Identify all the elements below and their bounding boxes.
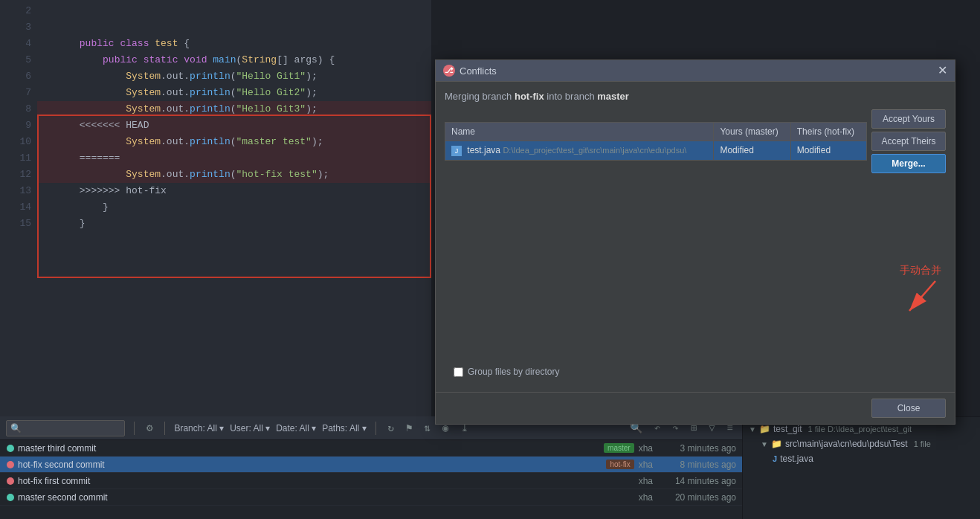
graph-dot-1 [6, 461, 15, 468]
tree-file-label: test.java [780, 454, 813, 464]
chevron-root: ▼ [749, 425, 756, 433]
separator-3 [375, 422, 376, 435]
refresh-icon[interactable]: ↻ [385, 420, 397, 436]
branch-theirs: master [597, 91, 629, 102]
folder-icon-root: 📁 [759, 424, 770, 434]
ln-15: 15 [0, 216, 31, 232]
dialog-title-left: ⎇ Conflicts [443, 65, 497, 77]
code-line-2 [37, 3, 431, 19]
group-files-label: Group files by directory [468, 367, 559, 377]
conflicts-table: Name Yours (master) Theirs (hot-fix) J t… [445, 122, 867, 161]
file-tree-panel: ▼ 📁 test_git 1 file D:\Idea_project\test… [742, 416, 980, 519]
checkbox-row: Group files by directory [445, 367, 946, 377]
col-name: Name [445, 123, 714, 141]
graph-dot-0 [6, 445, 15, 452]
close-button[interactable]: Close [871, 399, 946, 418]
ln-11: 11 [0, 150, 31, 167]
user-label: User: All ▾ [230, 423, 270, 433]
paths-label: Paths: All ▾ [322, 423, 366, 433]
ln-3: 3 ▶ [0, 19, 31, 36]
file-icon: J [451, 146, 462, 156]
action-buttons: Accept Yours Accept Theirs Merge... [871, 109, 946, 173]
table-header-row: Name Yours (master) Theirs (hot-fix) [445, 123, 867, 141]
ln-12: 12 [0, 167, 31, 183]
graph-dot-3 [6, 494, 15, 501]
ln-7: 7 [0, 85, 31, 101]
commit-time-1: 8 minutes ago [662, 460, 736, 470]
ln-2: 2 [0, 3, 31, 19]
dialog-close-button[interactable]: ✕ [938, 65, 947, 77]
cell-theirs: Modified [790, 141, 866, 161]
java-file-icon: J [773, 454, 777, 463]
separator-1 [134, 422, 135, 435]
settings-icon[interactable]: ⚙ [144, 420, 155, 436]
tree-src-label: src\main\java\cn\edu\pdsu\Test [785, 439, 908, 449]
commit-author-3: xha [639, 492, 653, 503]
commit-message-3: master second commit [18, 492, 639, 503]
code-line-15 [37, 216, 431, 232]
tree-item-file[interactable]: J test.java [749, 451, 974, 466]
search-wrap: 🔍 [6, 420, 125, 436]
accept-yours-button[interactable]: Accept Yours [871, 109, 946, 129]
col-yours: Yours (master) [714, 123, 790, 141]
commit-time-0: 3 minutes ago [662, 443, 736, 454]
ln-5: 5 [0, 52, 31, 68]
code-content: public class test { public static void m… [37, 0, 431, 232]
tree-root-badge: 1 file D:\Idea_project\test_git [808, 425, 912, 433]
branch-badge-hotfix: hot-fix [606, 460, 634, 469]
commit-list: master third commit master xha 3 minutes… [0, 440, 742, 519]
file-path: D:\Idea_project\test_git\src\main\java\c… [503, 146, 686, 155]
dialog-titlebar: ⎇ Conflicts ✕ [436, 60, 955, 82]
cherry-pick-icon[interactable]: ⚑ [403, 420, 415, 436]
file-name: test.java [467, 145, 500, 155]
ln-6: 6 [0, 68, 31, 85]
cell-name: J test.java D:\Idea_project\test_git\src… [445, 141, 714, 161]
table-row[interactable]: J test.java D:\Idea_project\test_git\src… [445, 141, 867, 161]
commit-search-input[interactable] [6, 420, 125, 436]
commit-row-3[interactable]: master second commit xha 20 minutes ago [0, 489, 742, 506]
commit-message-0: master third commit [18, 443, 604, 454]
accept-theirs-button[interactable]: Accept Theirs [871, 132, 946, 151]
table-section: Name Yours (master) Theirs (hot-fix) J t… [445, 122, 867, 161]
git-icon: ⎇ [443, 65, 455, 77]
commit-message-1: hot-fix second commit [18, 460, 606, 470]
ln-4: 4 ▶ [0, 36, 31, 52]
commit-time-2: 14 minutes ago [662, 476, 736, 486]
tree-item-src[interactable]: ▼ 📁 src\main\java\cn\edu\pdsu\Test 1 fil… [749, 436, 974, 451]
dialog-body: Merging branch hot-fix into branch maste… [436, 82, 955, 386]
commit-row-0[interactable]: master third commit master xha 3 minutes… [0, 440, 742, 457]
commit-author-2: xha [639, 476, 653, 486]
folder-icon-src: 📁 [771, 439, 782, 449]
ln-10: 10 [0, 134, 31, 150]
branch-badge-master: master [604, 443, 634, 453]
commit-row-1[interactable]: hot-fix second commit hot-fix xha 8 minu… [0, 457, 742, 473]
dialog-title-text: Conflicts [460, 65, 497, 77]
branch-label: Branch: All ▾ [174, 423, 224, 433]
graph-dot-2 [6, 477, 15, 485]
commit-time-3: 20 minutes ago [662, 492, 736, 503]
commit-author-1: xha [639, 460, 653, 470]
ln-14: 14 [0, 199, 31, 216]
merging-text: Merging branch [445, 91, 515, 102]
commit-row-2[interactable]: hot-fix first commit xha 14 minutes ago [0, 473, 742, 489]
branch-yours: hot-fix [515, 91, 544, 102]
tree-root-label: test_git [773, 424, 802, 434]
merge-button[interactable]: Merge... [871, 154, 946, 173]
group-files-checkbox[interactable] [454, 367, 463, 377]
commit-author-0: xha [639, 443, 653, 454]
conflicts-dialog: ⎇ Conflicts ✕ Merging branch hot-fix int… [435, 59, 955, 425]
into-text: into branch [547, 91, 597, 102]
chevron-src: ▼ [761, 440, 768, 448]
dialog-footer: Close [436, 392, 955, 424]
tree-src-badge: 1 file [914, 439, 931, 448]
push-icon[interactable]: ⇅ [421, 420, 433, 436]
merging-info: Merging branch hot-fix into branch maste… [445, 91, 946, 102]
search-icon: 🔍 [10, 422, 22, 433]
commit-message-2: hot-fix first commit [18, 476, 639, 486]
separator-2 [164, 422, 165, 435]
ln-8: 8 [0, 101, 31, 117]
bottom-panel: 🔍 ⚙ Branch: All ▾ User: All ▾ Date: All … [0, 416, 742, 519]
editor-area: 2 3 ▶ 4 ▶ 5 6 7 8 9 10 11 12 13 14 15 pu… [0, 0, 431, 416]
code-line-3: public class test { [37, 19, 431, 36]
col-theirs: Theirs (hot-fix) [790, 123, 866, 141]
